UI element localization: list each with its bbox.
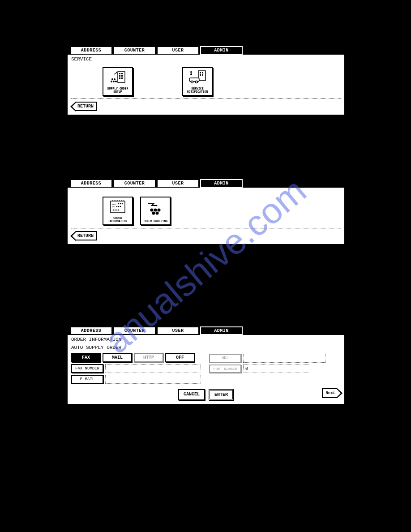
enter-button[interactable]: ENTER [209, 389, 234, 400]
page-edge-tab [379, 339, 398, 358]
email-input[interactable] [105, 375, 201, 384]
svg-point-8 [113, 81, 115, 82]
panel-service: ADDRESS COUNTER USER ADMIN SERVICE [67, 27, 345, 115]
section-subtitle: AUTO SUPPLY ORDER [71, 345, 201, 350]
svg-text:NAME: NAME [112, 203, 116, 205]
toner-ordering-button[interactable]: TONER ORDERING [140, 197, 171, 225]
svg-point-7 [111, 81, 112, 82]
tab-admin[interactable]: ADMIN [200, 179, 243, 188]
panel-header [67, 160, 345, 178]
svg-point-34 [118, 210, 120, 211]
panel-header [67, 27, 345, 45]
icon-label: ORDER INFORMATION [103, 217, 132, 223]
tab-counter[interactable]: COUNTER [113, 326, 156, 335]
svg-rect-2 [121, 73, 123, 74]
svg-point-11 [114, 78, 116, 80]
icon-label: TONER ORDERING [141, 220, 170, 223]
svg-rect-18 [189, 78, 199, 82]
svg-rect-15 [202, 72, 203, 73]
svg-rect-17 [202, 74, 203, 76]
svg-point-26 [122, 203, 123, 205]
panel-supply-setup: ADDRESS COUNTER USER ADMIN NAME TEL [67, 160, 345, 245]
tab-user[interactable]: USER [157, 326, 199, 335]
mode-fax-button[interactable]: FAX [71, 353, 101, 362]
url-input[interactable] [243, 354, 325, 363]
svg-point-31 [113, 210, 114, 211]
svg-rect-5 [119, 77, 120, 79]
url-label-button[interactable]: URL [209, 354, 241, 363]
fax-number-label-button[interactable]: FAX NUMBER [71, 364, 103, 373]
mode-off-button[interactable]: OFF [165, 353, 195, 362]
car-building-icon [188, 68, 207, 88]
icon-label: SERVICE NOTIFICATION [183, 88, 212, 94]
svg-point-29 [118, 206, 120, 207]
svg-point-39 [152, 211, 155, 215]
cancel-button[interactable]: CANCEL [178, 389, 205, 400]
svg-point-35 [156, 205, 158, 206]
tab-address[interactable]: ADDRESS [70, 46, 112, 55]
svg-text:TEL: TEL [112, 206, 116, 208]
order-information-button[interactable]: NAME TEL ORDER INFORMATION [103, 197, 133, 225]
svg-point-37 [154, 208, 157, 211]
panel-header [67, 307, 345, 325]
tab-address[interactable]: ADDRESS [70, 179, 112, 188]
svg-point-9 [115, 81, 117, 82]
svg-point-20 [196, 81, 198, 83]
svg-point-38 [158, 208, 161, 211]
mode-mail-button[interactable]: MAIL [103, 353, 132, 362]
svg-point-19 [191, 81, 193, 83]
svg-point-28 [116, 206, 118, 207]
return-button[interactable]: RETURN [76, 102, 97, 111]
section-title: SERVICE [71, 56, 341, 62]
svg-point-21 [190, 73, 192, 75]
tab-user[interactable]: USER [157, 179, 199, 188]
supply-order-setup-button[interactable]: SUPPLY ORDER SETUP [103, 67, 133, 96]
tab-address[interactable]: ADDRESS [70, 326, 112, 335]
svg-rect-6 [121, 77, 123, 79]
svg-point-10 [111, 78, 113, 80]
form-sheet-icon: NAME TEL [108, 197, 128, 217]
svg-point-24 [118, 203, 120, 205]
svg-point-36 [150, 208, 154, 211]
port-number-label-button[interactable]: PORT NUMBER [209, 365, 241, 373]
icon-label: SUPPLY ORDER SETUP [103, 88, 132, 94]
email-label-button[interactable]: E-MAIL [71, 375, 103, 384]
tab-bar: ADDRESS COUNTER USER ADMIN [67, 45, 345, 55]
tab-admin[interactable]: ADMIN [200, 326, 243, 335]
port-number-input[interactable]: 0 [243, 365, 310, 373]
tab-bar: ADDRESS COUNTER USER ADMIN [67, 325, 345, 335]
building-dots-icon [108, 68, 128, 88]
tab-bar: ADDRESS COUNTER USER ADMIN [67, 178, 345, 188]
next-button[interactable]: Next [322, 388, 337, 398]
svg-rect-16 [200, 74, 201, 76]
svg-point-33 [116, 210, 118, 211]
svg-rect-1 [119, 73, 120, 74]
fax-number-input[interactable] [105, 364, 201, 373]
tab-counter[interactable]: COUNTER [113, 179, 156, 188]
service-notification-button[interactable]: SERVICE NOTIFICATION [182, 67, 213, 96]
section-title: ORDER INFORMATION [71, 337, 341, 342]
mode-http-button[interactable]: HTTP [134, 353, 163, 362]
svg-point-25 [120, 203, 121, 205]
svg-point-32 [115, 210, 116, 211]
svg-rect-14 [200, 72, 201, 73]
svg-point-40 [156, 211, 159, 215]
panel-order-info: ADDRESS COUNTER USER ADMIN ORDER INFORMA… [67, 307, 345, 404]
toner-dots-icon [146, 197, 165, 220]
tab-counter[interactable]: COUNTER [113, 46, 156, 55]
svg-rect-3 [119, 75, 120, 77]
return-button[interactable]: RETURN [76, 231, 97, 240]
svg-rect-4 [121, 75, 123, 77]
svg-point-30 [120, 206, 121, 207]
tab-admin[interactable]: ADMIN [200, 46, 243, 55]
tab-user[interactable]: USER [157, 46, 199, 55]
